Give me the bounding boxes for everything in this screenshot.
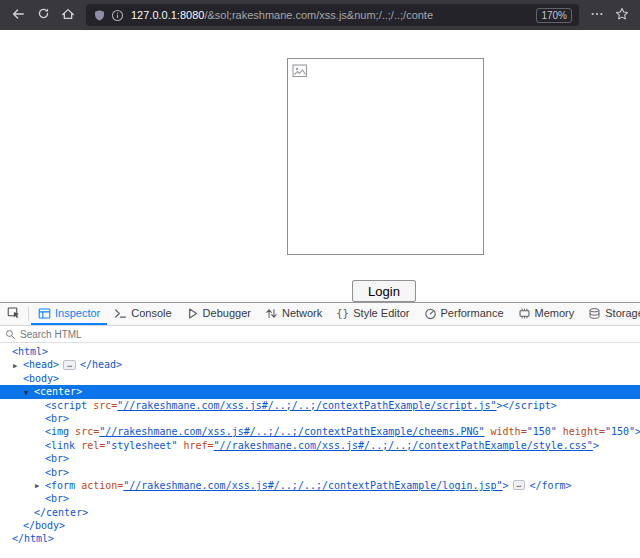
- network-icon: [265, 307, 278, 320]
- markup-view: <html>▶<head>…</head><body>▼<center><scr…: [0, 343, 640, 558]
- devtools-tab-label: Performance: [441, 307, 504, 319]
- collapsed-children-badge[interactable]: …: [63, 360, 76, 370]
- login-button[interactable]: Login: [352, 280, 416, 302]
- markup-token-link: "//rakeshmane.com/xss.js#/..;/..;/contex…: [117, 400, 496, 411]
- devtools-tab-label: Memory: [535, 307, 575, 319]
- home-button[interactable]: [56, 3, 80, 27]
- node-picker-icon: [7, 306, 20, 322]
- reload-icon: [37, 7, 50, 23]
- markup-token-value: "150": [527, 426, 557, 437]
- broken-image-icon: [292, 63, 308, 83]
- markup-token-tag: <br>: [45, 493, 69, 504]
- console-icon: [114, 307, 127, 320]
- collapsed-children-badge[interactable]: …: [513, 480, 526, 490]
- broken-image-placeholder: [287, 58, 484, 255]
- markup-token-tag: <img: [45, 426, 69, 437]
- markup-node[interactable]: </body>: [0, 519, 640, 532]
- devtools-tab-storage[interactable]: Storage: [581, 303, 640, 325]
- devtools-tab-label: Console: [131, 307, 171, 319]
- styleeditor-icon: {}: [336, 307, 349, 320]
- devtools-tab-network[interactable]: Network: [258, 303, 329, 325]
- bookmark-star-icon: [615, 7, 629, 24]
- markup-token-value: "stylesheet": [105, 440, 177, 451]
- markup-node[interactable]: ▶<head>…</head>: [0, 358, 640, 371]
- markup-token-tag: </center>: [34, 507, 88, 518]
- markup-token-attr: height=: [557, 426, 605, 437]
- markup-token-tag: <center>: [34, 386, 82, 397]
- markup-token-attr: width=: [485, 426, 527, 437]
- markup-node[interactable]: ▶<form action="//rakeshmane.com/xss.js#/…: [0, 479, 640, 492]
- markup-node[interactable]: <script src="//rakeshmane.com/xss.js#/..…: [0, 399, 640, 412]
- debugger-icon: [186, 307, 199, 320]
- search-icon: [5, 329, 16, 340]
- markup-token-attr: src=: [87, 400, 117, 411]
- devtools-tab-label: Network: [282, 307, 322, 319]
- tabbar-divider: [28, 307, 29, 321]
- performance-icon: [424, 307, 437, 320]
- url-text: 127.0.0.1:8080/&sol;rakeshmane.com/xss.j…: [131, 9, 530, 21]
- devtools-tab-inspector[interactable]: Inspector: [31, 303, 107, 325]
- markup-node[interactable]: <link rel="stylesheet" href="//rakeshman…: [0, 439, 640, 452]
- markup-token-attr: src=: [69, 426, 99, 437]
- bookmark-button[interactable]: [610, 3, 634, 27]
- devtools-tab-console[interactable]: Console: [107, 303, 178, 325]
- firefox-window: 127.0.0.1:8080/&sol;rakeshmane.com/xss.j…: [0, 0, 640, 558]
- markup-token-tag: <link: [45, 440, 75, 451]
- markup-token-link: "//rakeshmane.com/xss.js#/..;/..;/contex…: [99, 426, 484, 437]
- reload-button[interactable]: [31, 3, 55, 27]
- markup-token-tag: </body>: [23, 520, 65, 531]
- pick-element-button[interactable]: [0, 303, 26, 325]
- markup-node[interactable]: <html>: [0, 345, 640, 358]
- markup-token-link: "//rakeshmane.com/xss.js#/..;/..;/contex…: [214, 440, 593, 451]
- markup-node[interactable]: <body>: [0, 372, 640, 385]
- markup-token-tag: >: [635, 426, 640, 437]
- markup-node[interactable]: <br>: [0, 412, 640, 425]
- markup-token-tag: <head>: [23, 359, 59, 370]
- zoom-indicator[interactable]: 170%: [536, 8, 572, 23]
- markup-node-selected[interactable]: ▼<center>: [0, 385, 640, 398]
- markup-token-tag: <form: [45, 480, 75, 491]
- back-button[interactable]: [6, 3, 30, 27]
- markup-node[interactable]: <br>: [0, 492, 640, 505]
- url-path: /&sol;rakeshmane.com/xss.js&num;/..;/..;…: [204, 9, 433, 21]
- devtools-tabbar: InspectorConsoleDebuggerNetwork{}Style E…: [0, 303, 640, 326]
- url-host: 127.0.0.1:8080: [131, 9, 204, 21]
- browser-toolbar: 127.0.0.1:8080/&sol;rakeshmane.com/xss.j…: [0, 0, 640, 30]
- memory-icon: [518, 307, 531, 320]
- markup-token-value: "150": [605, 426, 635, 437]
- markup-token-attr: href=: [177, 440, 213, 451]
- markup-token-tag: <br>: [45, 453, 69, 464]
- markup-token-tag: <script: [45, 400, 87, 411]
- devtools-tab-label: Inspector: [55, 307, 100, 319]
- devtools-tab-performance[interactable]: Performance: [417, 303, 511, 325]
- markup-token-attr: action=: [75, 480, 123, 491]
- markup-node[interactable]: <br>: [0, 466, 640, 479]
- devtools-tab-label: Style Editor: [353, 307, 409, 319]
- devtools-tab-memory[interactable]: Memory: [511, 303, 582, 325]
- back-icon: [11, 7, 25, 24]
- devtools-tab-debugger[interactable]: Debugger: [179, 303, 258, 325]
- markup-node[interactable]: </html>: [0, 532, 640, 545]
- page-viewport: Login: [0, 30, 640, 302]
- devtools-tab-label: Debugger: [203, 307, 251, 319]
- tracking-protection-shield-icon[interactable]: [93, 9, 106, 22]
- devtools-tab-label: Storage: [605, 307, 640, 319]
- site-info-icon[interactable]: [111, 9, 124, 22]
- markup-token-tag: >: [593, 440, 599, 451]
- devtools-panel: InspectorConsoleDebuggerNetwork{}Style E…: [0, 302, 640, 558]
- expand-down-icon[interactable]: ▼: [24, 387, 34, 400]
- devtools-search-bar: [0, 326, 640, 343]
- storage-icon: [588, 307, 601, 320]
- devtools-tab-style-editor[interactable]: {}Style Editor: [329, 303, 416, 325]
- markup-token-tag: </html>: [12, 533, 54, 544]
- markup-node[interactable]: </center>: [0, 506, 640, 519]
- markup-node[interactable]: <br>: [0, 452, 640, 465]
- inspector-icon: [38, 307, 51, 320]
- markup-node[interactable]: <img src="//rakeshmane.com/xss.js#/..;/.…: [0, 425, 640, 438]
- url-bar[interactable]: 127.0.0.1:8080/&sol;rakeshmane.com/xss.j…: [86, 4, 579, 26]
- markup-token-tag: <br>: [45, 467, 69, 478]
- page-actions-button[interactable]: [585, 3, 609, 27]
- more-actions-icon: [590, 7, 604, 24]
- markup-token-link: "//rakeshmane.com/xss.js#/..;/..;/contex…: [123, 480, 502, 491]
- search-html-input[interactable]: [20, 329, 635, 340]
